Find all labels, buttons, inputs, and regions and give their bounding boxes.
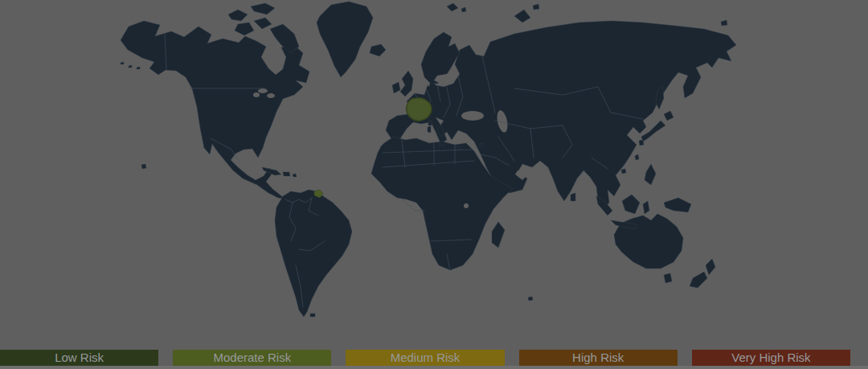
- landmass-greenland[interactable]: [317, 2, 373, 77]
- risk-legend: Low Risk Moderate Risk Medium Risk High …: [0, 350, 850, 366]
- countries-layer[interactable]: [121, 2, 736, 317]
- page-root: { "page": { "background": "#5f5f5f", "bo…: [0, 0, 868, 369]
- great-lakes: [253, 92, 260, 97]
- landmass-kerguelen[interactable]: [528, 297, 533, 301]
- landmass-south-america[interactable]: [275, 190, 352, 317]
- landmass-madagascar[interactable]: [492, 222, 505, 248]
- landmass-taiwan[interactable]: [635, 154, 639, 160]
- landmass-new-zealand[interactable]: [690, 259, 715, 288]
- landmass-hawaii[interactable]: [141, 164, 146, 169]
- landmass-north-america[interactable]: [121, 21, 309, 199]
- landmass-iceland[interactable]: [370, 44, 386, 56]
- landmass-ireland[interactable]: [392, 82, 400, 93]
- black-sea: [461, 111, 484, 121]
- legend-label: Moderate Risk: [213, 350, 291, 366]
- legend-label: High Risk: [572, 350, 624, 366]
- landmass-sri-lanka[interactable]: [571, 193, 575, 201]
- landmass-hainan[interactable]: [621, 169, 626, 174]
- country-france[interactable]: [407, 98, 432, 121]
- lake-victoria: [464, 203, 469, 208]
- landmass-aleutians[interactable]: [121, 62, 140, 69]
- legend-label: Very High Risk: [731, 350, 810, 366]
- legend-label: Low Risk: [55, 350, 104, 366]
- map-stage: Low Risk Moderate Risk Medium Risk High …: [0, 0, 868, 369]
- legend-item-very-high-risk: Very High Risk: [692, 350, 850, 366]
- landmass-great-britain[interactable]: [400, 71, 413, 96]
- page-bottom-strip: [0, 366, 868, 369]
- great-lakes: [258, 88, 268, 93]
- legend-item-high-risk: High Risk: [519, 350, 678, 366]
- legend-item-low-risk: Low Risk: [0, 350, 158, 366]
- world-map[interactable]: [0, 0, 868, 369]
- legend-item-moderate-risk: Moderate Risk: [173, 350, 331, 366]
- great-lakes: [267, 93, 275, 98]
- legend-label: Medium Risk: [391, 350, 461, 366]
- legend-item-medium-risk: Medium Risk: [346, 350, 504, 366]
